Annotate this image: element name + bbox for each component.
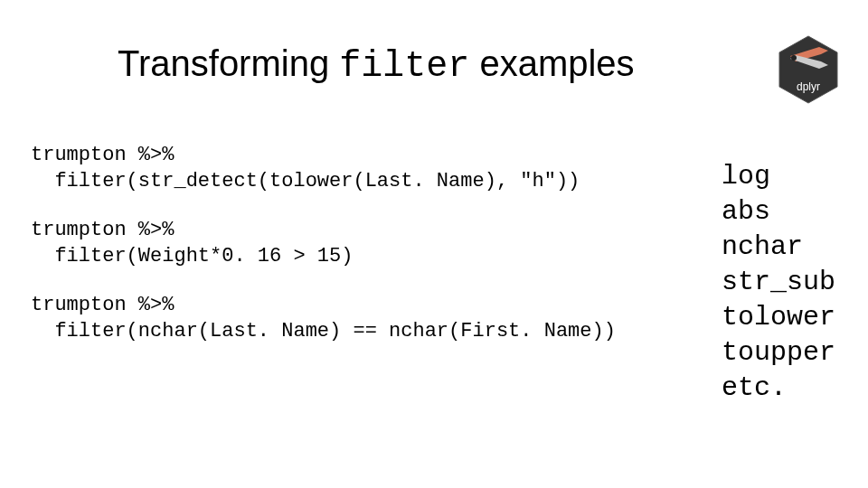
dplyr-logo: dplyr xyxy=(778,34,839,105)
hex-svg: dplyr xyxy=(778,34,839,105)
title-prefix: Transforming xyxy=(118,43,339,83)
code-example-2: trumpton %>% filter(Weight*0. 16 > 15) xyxy=(31,218,609,269)
code-examples: trumpton %>% filter(str_detect(tolower(L… xyxy=(31,143,609,369)
title-mono: filter xyxy=(339,46,469,87)
function-list: log abs nchar str_sub tolower toupper et… xyxy=(722,159,835,406)
code-example-3: trumpton %>% filter(nchar(Last. Name) ==… xyxy=(31,293,609,344)
logo-label: dplyr xyxy=(797,80,820,93)
hex-sticker: dplyr xyxy=(778,34,839,105)
code-example-1: trumpton %>% filter(str_detect(tolower(L… xyxy=(31,143,609,194)
slide-title: Transforming filter examples xyxy=(118,43,635,87)
title-suffix: examples xyxy=(469,43,634,83)
svg-point-1 xyxy=(791,55,797,61)
